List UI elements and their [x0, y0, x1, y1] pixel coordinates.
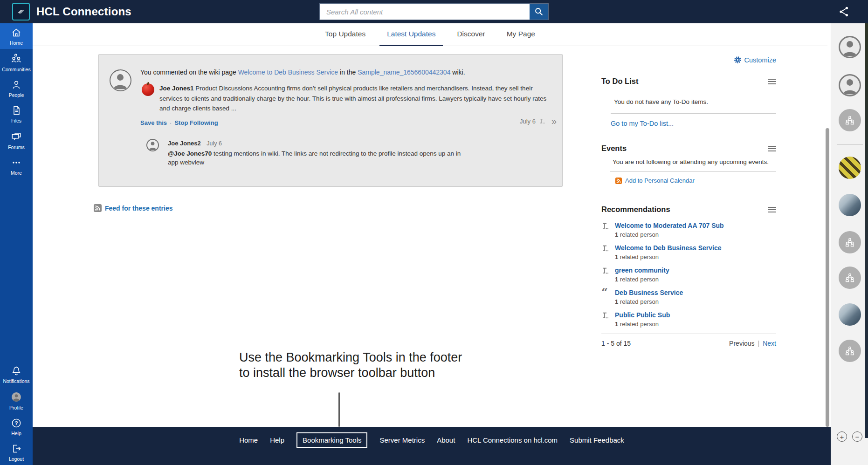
- search-button[interactable]: [530, 4, 548, 20]
- footer-link-bookmarking-tools[interactable]: Bookmarking Tools: [296, 432, 367, 448]
- sidebar-item-help[interactable]: ? Help: [0, 414, 33, 439]
- community-placeholder-avatar[interactable]: [839, 109, 861, 131]
- tab-my-page[interactable]: My Page: [499, 23, 543, 46]
- page-scrollbar-thumb[interactable]: [826, 128, 829, 427]
- community-placeholder-avatar[interactable]: [839, 267, 861, 289]
- rail-divider: [837, 144, 863, 145]
- commenter-apple-avatar[interactable]: [142, 83, 154, 96]
- sidebar-item-more[interactable]: More: [0, 153, 33, 179]
- community-placeholder-avatar[interactable]: [839, 231, 861, 253]
- community-photo-avatar[interactable]: [839, 157, 861, 179]
- todo-list-link[interactable]: Go to my To-Do list...: [611, 120, 776, 127]
- story-excerpt: Product Discussions Accounting firms don…: [159, 85, 546, 112]
- recommendation-link[interactable]: Public Public Sub: [615, 311, 670, 319]
- sidebar-item-label: Files: [11, 118, 21, 123]
- recommendation-item: Welcome to Deb Business Service 1 relate…: [601, 244, 776, 260]
- wiki-page-link[interactable]: Welcome to Deb Business Service: [238, 68, 338, 76]
- tab-discover[interactable]: Discover: [449, 23, 492, 46]
- recommendation-link[interactable]: green community: [615, 267, 669, 274]
- person-silhouette-icon: [840, 75, 860, 95]
- rss-feed-icon: [94, 204, 102, 212]
- events-widget-header: Events: [601, 144, 776, 153]
- footer-link-submit-feedback[interactable]: Submit Feedback: [570, 436, 624, 444]
- sidebar-item-label: More: [11, 170, 22, 176]
- story-comment: Joe Jones2 July 6 @Joe Jones70 testing m…: [146, 139, 466, 167]
- sidebar-item-profile[interactable]: Profile: [0, 387, 33, 414]
- feed-for-entries-row[interactable]: Feed for these entries: [94, 204, 173, 212]
- bookmarking-tools-hint: Use the Bookmarking Tools in the footer …: [239, 350, 462, 381]
- footer-link-home[interactable]: Home: [239, 436, 258, 444]
- sidebar-item-communities[interactable]: Communities: [0, 49, 33, 75]
- widgets-panel: Customize To Do List You do not have any…: [601, 56, 776, 347]
- story-action-links: Save this·Stop Following: [140, 119, 218, 126]
- feed-for-entries-link[interactable]: Feed for these entries: [105, 205, 173, 212]
- home-icon: [11, 27, 22, 38]
- recommendations-list: Welcome to Moderated AA 707 Sub 1 relate…: [601, 222, 776, 328]
- right-avatar-rail: + − »: [831, 23, 868, 465]
- footer-link-hcl-connections[interactable]: HCL Connections on hcl.com: [467, 436, 558, 444]
- wiki-icon: [601, 267, 610, 283]
- wiki-name-link[interactable]: Sample_name_1656600442304: [358, 68, 450, 76]
- search-icon: [534, 7, 544, 17]
- story-meta-row: July 6 »: [520, 117, 557, 125]
- sidebar-item-label: People: [9, 92, 24, 98]
- person-silhouette-icon: [147, 140, 158, 150]
- events-title: Events: [601, 144, 627, 153]
- todo-title: To Do List: [601, 77, 638, 86]
- tab-latest-updates[interactable]: Latest Updates: [379, 23, 443, 46]
- recommendation-link[interactable]: Welcome to Deb Business Service: [615, 244, 722, 252]
- sidebar-item-logout[interactable]: Logout: [0, 439, 33, 465]
- footer-link-about[interactable]: About: [437, 436, 455, 444]
- sidebar-item-label: Communities: [2, 67, 30, 72]
- app-title: HCL Connections: [36, 5, 131, 18]
- sidebar-item-home[interactable]: Home: [0, 23, 33, 49]
- save-this-link[interactable]: Save this: [140, 119, 167, 126]
- sidebar-item-people[interactable]: People: [0, 75, 33, 101]
- community-photo-avatar[interactable]: [839, 303, 861, 326]
- community-photo-avatar[interactable]: [839, 194, 861, 216]
- recommendations-menu-icon[interactable]: [768, 207, 776, 212]
- recommendation-link[interactable]: Welcome to Moderated AA 707 Sub: [615, 222, 724, 229]
- footer-link-server-metrics[interactable]: Server Metrics: [379, 436, 425, 444]
- todo-menu-icon[interactable]: [768, 79, 776, 84]
- sidebar-item-files[interactable]: Files: [0, 101, 33, 127]
- recommendations-divider: [601, 334, 776, 334]
- sidebar-spacer: [0, 179, 33, 362]
- sidebar-item-label: Home: [10, 40, 23, 46]
- footer-link-help[interactable]: Help: [270, 436, 284, 444]
- search-input[interactable]: [320, 4, 530, 20]
- stop-following-link[interactable]: Stop Following: [174, 119, 218, 126]
- comment-author-avatar[interactable]: [146, 139, 159, 151]
- recommendations-title: Recommendations: [601, 205, 670, 214]
- pager-next-link[interactable]: Next: [763, 340, 776, 347]
- events-menu-icon[interactable]: [768, 146, 776, 151]
- person-placeholder-avatar[interactable]: [839, 36, 861, 58]
- story-author-avatar[interactable]: [110, 69, 131, 91]
- customize-link[interactable]: Customize: [734, 56, 777, 64]
- bell-icon: [11, 365, 22, 376]
- zoom-out-button[interactable]: −: [852, 431, 862, 442]
- related-text: related person: [618, 253, 659, 260]
- calendar-link-row[interactable]: Add to Personal Calendar: [615, 177, 776, 184]
- add-to-calendar-link[interactable]: Add to Personal Calendar: [625, 177, 695, 184]
- comment-author-name[interactable]: Joe Jones2: [168, 140, 201, 147]
- comment-date[interactable]: July 6: [207, 140, 222, 147]
- pager-previous-link[interactable]: Previous: [729, 340, 754, 347]
- hcl-connections-logo-icon[interactable]: [12, 3, 30, 21]
- community-placeholder-avatar[interactable]: [839, 340, 861, 362]
- right-rail-scrollbar[interactable]: [865, 23, 868, 438]
- tab-top-updates[interactable]: Top Updates: [317, 23, 373, 46]
- todo-empty-text: You do not have any To-Do items.: [614, 98, 776, 105]
- related-text: related person: [618, 321, 659, 328]
- pager-range: 1 - 5 of 15: [601, 340, 631, 347]
- comment-mention[interactable]: @Joe Jones70: [168, 150, 212, 157]
- sidebar-item-forums[interactable]: Forums: [0, 127, 33, 153]
- sidebar-item-notifications[interactable]: Notifications: [0, 362, 33, 387]
- recommendation-link[interactable]: Deb Business Service: [615, 289, 683, 296]
- related-text: related person: [618, 231, 659, 238]
- story-author-name[interactable]: Joe Jones1: [159, 85, 194, 92]
- zoom-in-button[interactable]: +: [837, 431, 847, 442]
- person-placeholder-avatar[interactable]: [839, 74, 861, 96]
- expand-story-chevron-icon[interactable]: »: [551, 117, 557, 125]
- share-icon[interactable]: [838, 6, 850, 18]
